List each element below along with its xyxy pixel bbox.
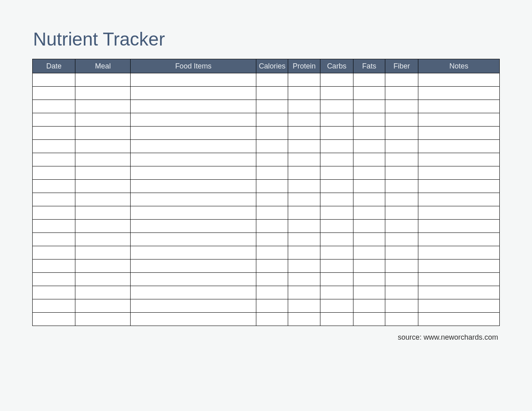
table-cell <box>256 206 288 220</box>
table-cell <box>256 299 288 313</box>
table-cell <box>33 233 75 246</box>
col-header-food: Food Items <box>131 59 256 73</box>
table-cell <box>288 87 320 100</box>
table-row <box>33 273 500 286</box>
table-row <box>33 113 500 127</box>
table-cell <box>385 233 418 246</box>
table-cell <box>385 286 418 299</box>
table-cell <box>385 113 418 127</box>
table-row <box>33 100 500 113</box>
table-cell <box>320 73 353 87</box>
table-cell <box>131 180 256 193</box>
table-cell <box>353 246 385 259</box>
table-cell <box>288 100 320 113</box>
table-cell <box>75 246 131 259</box>
table-cell <box>131 87 256 100</box>
table-cell <box>33 127 75 140</box>
table-cell <box>418 299 500 313</box>
table-cell <box>256 166 288 180</box>
table-row <box>33 233 500 246</box>
table-row <box>33 220 500 233</box>
table-cell <box>131 220 256 233</box>
table-cell <box>418 206 500 220</box>
table-cell <box>385 153 418 166</box>
table-row <box>33 87 500 100</box>
table-cell <box>75 180 131 193</box>
table-cell <box>33 87 75 100</box>
table-cell <box>288 73 320 87</box>
table-cell <box>256 73 288 87</box>
table-cell <box>75 273 131 286</box>
table-cell <box>385 87 418 100</box>
table-cell <box>33 246 75 259</box>
table-cell <box>33 113 75 127</box>
table-cell <box>320 127 353 140</box>
page-title: Nutrient Tracker <box>33 28 500 50</box>
table-cell <box>131 206 256 220</box>
table-cell <box>353 233 385 246</box>
table-cell <box>256 113 288 127</box>
table-cell <box>256 286 288 299</box>
table-cell <box>131 127 256 140</box>
table-cell <box>320 246 353 259</box>
table-cell <box>353 299 385 313</box>
table-cell <box>385 193 418 206</box>
table-cell <box>353 113 385 127</box>
table-cell <box>131 166 256 180</box>
table-cell <box>33 220 75 233</box>
table-cell <box>33 206 75 220</box>
table-row <box>33 140 500 153</box>
table-cell <box>385 73 418 87</box>
table-cell <box>385 313 418 326</box>
table-cell <box>288 233 320 246</box>
table-cell <box>33 140 75 153</box>
table-cell <box>256 100 288 113</box>
document-page: Nutrient Tracker Date Meal Food Items Ca… <box>0 0 532 358</box>
table-cell <box>131 140 256 153</box>
table-cell <box>385 166 418 180</box>
table-cell <box>75 100 131 113</box>
table-cell <box>288 259 320 273</box>
table-row <box>33 166 500 180</box>
table-cell <box>75 220 131 233</box>
table-cell <box>385 100 418 113</box>
table-cell <box>320 166 353 180</box>
table-row <box>33 153 500 166</box>
table-cell <box>320 140 353 153</box>
table-cell <box>418 113 500 127</box>
table-cell <box>320 233 353 246</box>
table-cell <box>353 180 385 193</box>
table-row <box>33 206 500 220</box>
table-cell <box>385 220 418 233</box>
table-row <box>33 73 500 87</box>
table-cell <box>418 87 500 100</box>
table-cell <box>75 206 131 220</box>
table-cell <box>131 73 256 87</box>
table-cell <box>75 233 131 246</box>
table-cell <box>353 220 385 233</box>
table-cell <box>385 206 418 220</box>
table-cell <box>75 166 131 180</box>
col-header-fiber: Fiber <box>385 59 418 73</box>
table-cell <box>288 127 320 140</box>
table-row <box>33 286 500 299</box>
table-cell <box>418 233 500 246</box>
col-header-meal: Meal <box>75 59 131 73</box>
table-cell <box>256 153 288 166</box>
table-cell <box>288 246 320 259</box>
table-cell <box>288 180 320 193</box>
table-cell <box>320 180 353 193</box>
table-cell <box>353 259 385 273</box>
table-cell <box>418 246 500 259</box>
table-cell <box>320 100 353 113</box>
table-cell <box>418 313 500 326</box>
table-cell <box>33 180 75 193</box>
table-cell <box>33 100 75 113</box>
table-cell <box>75 259 131 273</box>
table-cell <box>33 166 75 180</box>
table-cell <box>75 313 131 326</box>
table-cell <box>385 180 418 193</box>
table-cell <box>75 286 131 299</box>
table-row <box>33 127 500 140</box>
table-cell <box>353 73 385 87</box>
